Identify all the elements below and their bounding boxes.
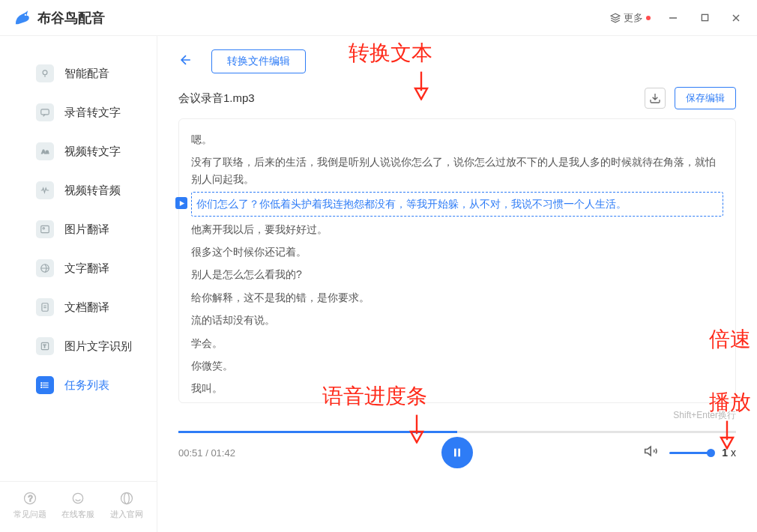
mic-icon bbox=[36, 64, 54, 82]
sidebar-item-6[interactable]: 文档翻译 bbox=[0, 288, 157, 327]
help-icon: ? bbox=[22, 491, 37, 506]
svg-point-26 bbox=[124, 493, 129, 504]
sidebar-item-8[interactable]: 任务列表 bbox=[0, 366, 157, 405]
keyboard-hint: Shift+Enter换行 bbox=[157, 403, 757, 422]
svg-point-25 bbox=[121, 493, 132, 504]
transcript-line[interactable]: 流的话却没有说。 bbox=[191, 309, 723, 331]
chat-icon bbox=[36, 103, 54, 121]
svg-rect-2 bbox=[702, 14, 708, 20]
svg-rect-8 bbox=[41, 226, 49, 232]
sidebar-item-label: 视频转音频 bbox=[64, 184, 121, 198]
aa-icon: Aa bbox=[36, 142, 54, 160]
close-button[interactable] bbox=[727, 9, 745, 27]
svg-point-21 bbox=[41, 387, 42, 387]
svg-rect-28 bbox=[458, 449, 460, 457]
sidebar-item-3[interactable]: 视频转音频 bbox=[0, 171, 157, 210]
app-title: 布谷鸟配音 bbox=[37, 9, 105, 27]
minimize-button[interactable] bbox=[664, 9, 682, 27]
pause-icon bbox=[451, 447, 463, 459]
doc-icon bbox=[36, 298, 54, 316]
app-logo-icon bbox=[12, 8, 31, 28]
svg-text:T: T bbox=[43, 344, 46, 348]
transcript-line[interactable]: 学会。 bbox=[191, 332, 723, 354]
svg-point-19 bbox=[41, 383, 42, 384]
sidebar-item-label: 文字翻译 bbox=[64, 262, 109, 276]
sidebar-item-4[interactable]: 图片翻译 bbox=[0, 210, 157, 249]
list-icon bbox=[36, 376, 54, 394]
sidebar-item-2[interactable]: Aa视频转文字 bbox=[0, 132, 157, 171]
waves-icon bbox=[36, 181, 54, 199]
transcript-line[interactable]: 你们怎么了？你低着头护着我连抱怨都没有，等我开始躲，从不对，我说不习惯一个人生活… bbox=[191, 192, 723, 216]
sidebar-item-label: 图片翻译 bbox=[64, 223, 109, 237]
transcript-line[interactable]: 嗯。 bbox=[191, 128, 723, 151]
sidebar-bottom-2[interactable]: 进入官网 bbox=[110, 491, 143, 520]
transcript-line[interactable]: 他离开我以后，要我好好过。 bbox=[191, 218, 723, 241]
volume-icon bbox=[644, 444, 659, 459]
sidebar-item-label: 图片文字识别 bbox=[64, 339, 132, 354]
play-pause-button[interactable] bbox=[441, 437, 473, 468]
download-icon bbox=[649, 92, 661, 104]
svg-text:?: ? bbox=[28, 494, 33, 503]
svg-rect-6 bbox=[41, 109, 49, 115]
globe-icon bbox=[36, 259, 54, 277]
svg-point-0 bbox=[25, 13, 26, 15]
sidebar-item-label: 任务列表 bbox=[64, 378, 109, 393]
volume-slider[interactable] bbox=[669, 452, 711, 454]
transcript-line[interactable]: 你微笑。 bbox=[191, 354, 723, 377]
support-icon bbox=[70, 491, 85, 506]
file-name: 会议录音1.mp3 bbox=[178, 91, 636, 106]
svg-point-9 bbox=[43, 228, 44, 229]
transcript-line[interactable]: 给你解释，这不是我的错，是你要求。 bbox=[191, 286, 723, 309]
arrow-left-icon bbox=[178, 52, 193, 67]
time-display: 00:51 / 01:42 bbox=[178, 447, 235, 459]
svg-point-5 bbox=[43, 70, 47, 75]
web-icon bbox=[119, 491, 134, 506]
line-play-icon[interactable] bbox=[175, 197, 187, 209]
more-button[interactable]: 更多 bbox=[610, 11, 651, 25]
sidebar-item-label: 录音转文字 bbox=[64, 106, 121, 120]
sidebar-bottom-0[interactable]: ?常见问题 bbox=[13, 491, 46, 520]
sidebar-item-label: 智能配音 bbox=[64, 67, 109, 81]
svg-point-24 bbox=[73, 493, 83, 503]
sidebar-bottom-1[interactable]: 在线客服 bbox=[61, 491, 94, 520]
svg-text:Aa: Aa bbox=[41, 148, 49, 155]
save-edit-button[interactable]: 保存编辑 bbox=[675, 87, 736, 109]
layers-icon bbox=[610, 13, 621, 23]
sidebar-item-1[interactable]: 录音转文字 bbox=[0, 93, 157, 132]
sidebar-item-7[interactable]: T图片文字识别 bbox=[0, 327, 157, 366]
svg-point-20 bbox=[41, 384, 42, 385]
notification-dot-icon bbox=[646, 16, 651, 20]
maximize-button[interactable] bbox=[696, 9, 714, 27]
download-button[interactable] bbox=[645, 88, 666, 109]
ocr-icon: T bbox=[36, 337, 54, 355]
transcript-line[interactable]: 别人是怎么怎么看我的? bbox=[191, 263, 723, 285]
transcript-line[interactable]: 我叫。 bbox=[191, 377, 723, 399]
sidebar-item-label: 视频转文字 bbox=[64, 145, 121, 159]
image-icon bbox=[36, 220, 54, 238]
volume-button[interactable] bbox=[644, 444, 659, 462]
sidebar-item-0[interactable]: 智能配音 bbox=[0, 54, 157, 93]
transcript-line[interactable]: 很多这个时候你还记着。 bbox=[191, 241, 723, 263]
back-button[interactable] bbox=[178, 52, 193, 70]
svg-rect-27 bbox=[454, 449, 456, 457]
playback-speed-button[interactable]: 1 x bbox=[722, 447, 736, 459]
transcript-line[interactable]: 没有了联络，后来的生活，我倒是听别人说说你怎么了，说你怎么过放不下的人是我人多的… bbox=[191, 151, 723, 190]
transcript-panel[interactable]: 嗯。没有了联络，后来的生活，我倒是听别人说说你怎么了，说你怎么过放不下的人是我人… bbox=[178, 118, 736, 403]
edit-mode-label: 转换文件编辑 bbox=[211, 49, 306, 73]
sidebar-item-5[interactable]: 文字翻译 bbox=[0, 249, 157, 288]
sidebar-item-label: 文档翻译 bbox=[64, 300, 109, 315]
